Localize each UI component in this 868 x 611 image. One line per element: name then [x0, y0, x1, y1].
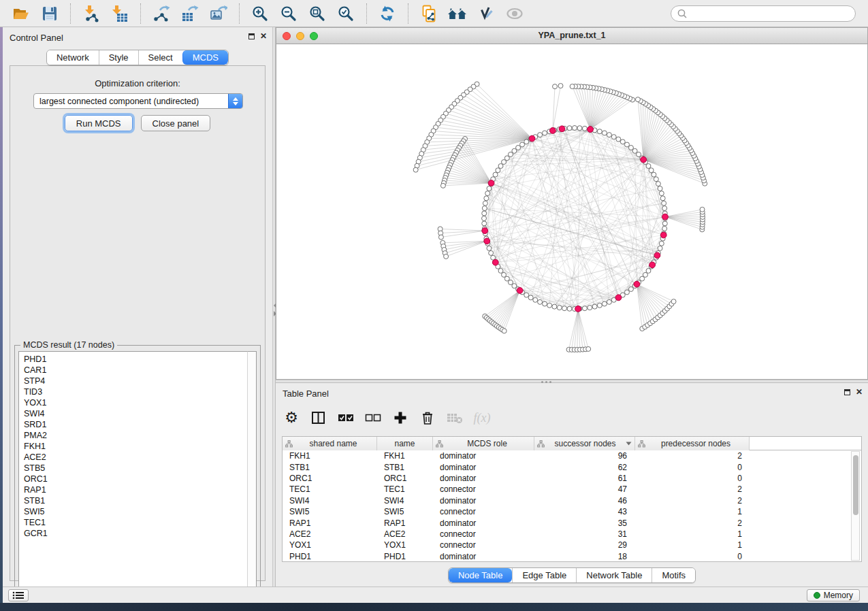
mcds-result-item[interactable]: PMA2 [24, 430, 247, 441]
search-box[interactable] [671, 5, 856, 22]
graph-node[interactable] [484, 196, 489, 201]
graph-node[interactable] [659, 191, 664, 196]
graph-node[interactable] [533, 297, 538, 302]
graph-node[interactable] [557, 306, 562, 310]
mcds-result-item[interactable]: STB5 [24, 463, 247, 474]
graph-node[interactable] [628, 146, 633, 150]
mcds-result-item[interactable]: FKH1 [24, 441, 247, 452]
graph-node[interactable] [649, 168, 654, 173]
apply-layout-button[interactable] [376, 2, 399, 25]
graph-node[interactable] [620, 139, 625, 144]
graph-node[interactable] [487, 246, 492, 250]
graph-node[interactable] [543, 301, 547, 306]
mcds-result-item[interactable]: TID3 [24, 386, 247, 397]
mcds-result-item[interactable]: CAR1 [24, 365, 247, 376]
function-builder-button[interactable]: f(x) [472, 408, 492, 428]
zoom-out-button[interactable] [277, 2, 300, 25]
open-session-button[interactable] [10, 2, 33, 25]
unselect-all-columns-button[interactable] [363, 408, 383, 428]
mcds-result-item[interactable]: RAP1 [24, 484, 247, 495]
graph-node[interactable] [567, 306, 572, 311]
graph-node[interactable] [658, 246, 662, 250]
mcds-result-item[interactable]: STB1 [24, 495, 247, 506]
graph-hub-node-selected[interactable] [488, 180, 494, 186]
graph-node[interactable] [502, 160, 507, 165]
show-panels-menu-button[interactable] [8, 589, 29, 601]
annotation-mode-button[interactable] [475, 2, 498, 25]
graph-node[interactable] [635, 97, 640, 102]
tab-select[interactable]: Select [138, 50, 182, 65]
graph-node[interactable] [493, 172, 498, 177]
graph-node[interactable] [597, 129, 602, 134]
graph-node[interactable] [498, 164, 503, 169]
table-row[interactable]: FKH1FKH1dominator962 [283, 450, 861, 461]
float-panel-icon[interactable] [248, 33, 255, 39]
graph-hub-node-selected[interactable] [549, 128, 556, 134]
graph-node[interactable] [573, 126, 577, 131]
graph-node[interactable] [597, 303, 602, 308]
graph-node[interactable] [662, 206, 667, 211]
graph-node[interactable] [611, 135, 616, 139]
graph-node[interactable] [485, 191, 490, 196]
network-canvas[interactable] [276, 44, 867, 379]
graph-node[interactable] [438, 235, 443, 240]
table-scrollbar[interactable] [851, 451, 860, 561]
graph-node[interactable] [656, 182, 660, 186]
graph-node[interactable] [553, 84, 558, 89]
graph-hub-node-selected[interactable] [654, 252, 660, 259]
graph-node[interactable] [482, 206, 487, 211]
graph-hub-node-selected[interactable] [634, 281, 640, 287]
table-row[interactable]: ACE2ACE2connector311 [283, 529, 861, 540]
graph-node[interactable] [504, 156, 509, 161]
mcds-result-list[interactable]: PHD1CAR1STP4TID3YOX1SWI4SRD1PMA2FKH1ACE2… [18, 351, 247, 594]
graph-node[interactable] [440, 183, 445, 188]
graph-hub-node-selected[interactable] [529, 135, 535, 142]
graph-hub-node-selected[interactable] [559, 126, 565, 132]
tab-network[interactable]: Network [47, 50, 99, 65]
graph-node[interactable] [413, 167, 418, 172]
graph-node[interactable] [602, 131, 607, 135]
graph-node[interactable] [489, 250, 494, 255]
graph-node[interactable] [628, 286, 633, 291]
export-image-button[interactable] [207, 2, 230, 25]
table-row[interactable]: STB1STB1dominator620 [283, 461, 861, 472]
graph-node[interactable] [482, 211, 487, 216]
graph-node[interactable] [643, 272, 647, 277]
column-header-successor-nodes[interactable]: successor nodes [534, 437, 635, 450]
mcds-result-item[interactable]: STP4 [24, 376, 247, 386]
graph-node[interactable] [547, 303, 552, 308]
mcds-result-item[interactable]: YOX1 [24, 397, 247, 408]
graph-node[interactable] [528, 295, 533, 300]
float-panel-icon[interactable] [844, 389, 850, 395]
graph-hub-node-selected[interactable] [649, 262, 656, 268]
tab-edge-table[interactable]: Edge Table [512, 568, 576, 582]
graph-hub-node-selected[interactable] [615, 295, 622, 301]
table-mode-settings-button[interactable]: ⚙ [281, 408, 302, 428]
graph-node[interactable] [558, 84, 563, 88]
graph-node[interactable] [483, 201, 487, 205]
graph-hub-node-selected[interactable] [482, 228, 488, 234]
graph-node[interactable] [543, 131, 547, 135]
import-network-button[interactable] [80, 2, 103, 25]
mcds-result-item[interactable]: GCR1 [24, 528, 247, 539]
graph-node[interactable] [482, 221, 487, 226]
show-graphics-details-button[interactable] [503, 2, 526, 25]
graph-node[interactable] [607, 299, 611, 304]
table-row[interactable]: YOX1YOX1connector291 [283, 540, 861, 550]
tab-network-table[interactable]: Network Table [576, 568, 652, 582]
graph-node[interactable] [658, 186, 662, 191]
graph-node[interactable] [567, 126, 572, 131]
graph-node[interactable] [524, 139, 529, 144]
table-row[interactable]: ORC1ORC1dominator610 [283, 473, 861, 484]
search-input[interactable] [688, 7, 855, 20]
graph-node[interactable] [592, 304, 597, 309]
tab-style[interactable]: Style [99, 50, 138, 65]
graph-node[interactable] [659, 241, 664, 246]
graph-node[interactable] [624, 290, 629, 295]
graph-hub-node-selected[interactable] [662, 214, 669, 220]
table-row[interactable]: SWI5SWI5connector431 [283, 506, 861, 517]
graph-node[interactable] [671, 299, 676, 304]
graph-node[interactable] [607, 133, 611, 137]
graph-node[interactable] [646, 268, 651, 273]
graph-node[interactable] [520, 142, 525, 147]
